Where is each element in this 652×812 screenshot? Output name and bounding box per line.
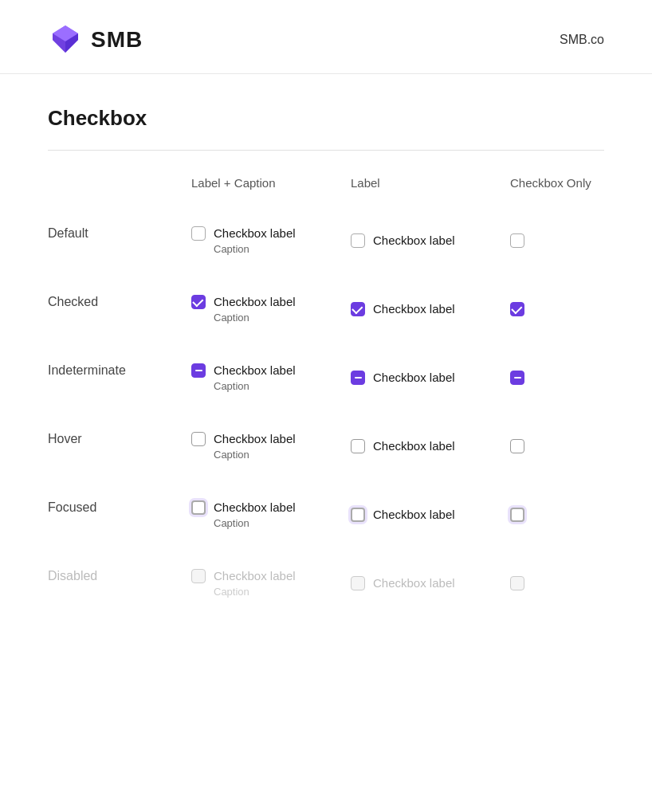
checkbox-hover-label-caption[interactable]	[191, 432, 206, 446]
checkbox-caption: Caption	[214, 517, 296, 529]
logo-text: SMB	[91, 27, 143, 53]
checkbox-cell-disabled-label: Checkbox label	[351, 575, 510, 591]
checkbox-disabled-label	[351, 576, 365, 590]
row-label-focused: Focused	[48, 499, 191, 515]
checkbox-caption: Caption	[214, 449, 296, 461]
checkbox-cell-hover-label-caption[interactable]: Checkbox label Caption	[191, 430, 351, 461]
checkbox-caption: Caption	[214, 380, 296, 392]
checkbox-label: Checkbox label	[214, 293, 296, 310]
checkbox-checked-label-caption[interactable]	[191, 295, 206, 309]
checkbox-label: Checkbox label	[214, 225, 296, 241]
checkbox-default-only[interactable]	[510, 233, 524, 248]
checkbox-indeterminate-label[interactable]	[351, 371, 365, 385]
checkbox-cell-checked-label[interactable]: Checkbox label	[351, 300, 510, 317]
col-header-checkbox-only: Checkbox Only	[510, 176, 638, 190]
checkbox-focused-label-caption[interactable]	[191, 500, 206, 515]
checkbox-label: Checkbox label	[373, 232, 455, 249]
checkbox-cell-hover-only[interactable]	[510, 437, 638, 453]
table-row-disabled: Disabled Checkbox label Caption Checkbox…	[48, 548, 604, 617]
checkbox-cell-indeterminate-label[interactable]: Checkbox label	[351, 369, 510, 386]
checkbox-table: Label + Caption Label Checkbox Only Defa…	[48, 176, 604, 617]
checkbox-disabled-label-caption	[191, 569, 206, 583]
checkbox-cell-default-label-caption[interactable]: Checkbox label Caption	[191, 225, 351, 255]
col-header-label: Label	[351, 176, 510, 190]
table-row-indeterminate: Indeterminate Checkbox label Caption Che…	[48, 343, 604, 411]
checkbox-caption: Caption	[214, 243, 296, 255]
divider	[48, 150, 604, 151]
checkbox-cell-focused-label-caption[interactable]: Checkbox label Caption	[191, 499, 351, 529]
checkbox-label: Checkbox label	[373, 300, 455, 317]
checkbox-focused-label[interactable]	[351, 508, 365, 522]
checkbox-hover-only[interactable]	[510, 439, 524, 453]
checkbox-caption: Caption	[214, 312, 296, 324]
smb-logo-icon	[48, 22, 83, 57]
site-link[interactable]: SMB.co	[560, 33, 604, 47]
row-label-indeterminate: Indeterminate	[48, 362, 191, 378]
row-label-disabled: Disabled	[48, 567, 191, 583]
checkbox-cell-disabled-only	[510, 575, 638, 590]
header: SMB SMB.co	[0, 0, 652, 74]
checkbox-cell-indeterminate-label-caption[interactable]: Checkbox label Caption	[191, 362, 351, 392]
col-header-label-caption: Label + Caption	[191, 176, 351, 190]
col-header-empty	[48, 176, 191, 190]
row-label-hover: Hover	[48, 430, 191, 446]
table-header-row: Label + Caption Label Checkbox Only	[48, 176, 604, 198]
checkbox-default-label[interactable]	[351, 233, 365, 248]
checkbox-caption: Caption	[214, 586, 296, 598]
checkbox-indeterminate-only[interactable]	[510, 371, 524, 385]
checkbox-checked-only[interactable]	[510, 302, 524, 316]
checkbox-label: Checkbox label	[373, 575, 455, 591]
table-row: Default Checkbox label Caption Checkbox …	[48, 206, 604, 274]
main-content: Checkbox Label + Caption Label Checkbox …	[0, 74, 652, 649]
checkbox-indeterminate-label-caption[interactable]	[191, 363, 206, 378]
logo-container: SMB	[48, 22, 143, 57]
checkbox-cell-default-label[interactable]: Checkbox label	[351, 232, 510, 249]
row-label-checked: Checked	[48, 293, 191, 309]
checkbox-default-label-caption[interactable]	[191, 226, 206, 241]
page-title: Checkbox	[48, 106, 604, 131]
checkbox-label: Checkbox label	[214, 499, 296, 516]
checkbox-label: Checkbox label	[214, 430, 296, 447]
checkbox-label: Checkbox label	[373, 506, 455, 523]
checkbox-cell-checked-only[interactable]	[510, 300, 638, 316]
checkbox-cell-default-only[interactable]	[510, 232, 638, 248]
checkbox-label: Checkbox label	[373, 369, 455, 386]
checkbox-label: Checkbox label	[373, 437, 455, 454]
table-row-focused: Focused Checkbox label Caption Checkbox …	[48, 480, 604, 548]
table-row-hover: Hover Checkbox label Caption Checkbox la…	[48, 411, 604, 480]
checkbox-cell-hover-label[interactable]: Checkbox label	[351, 437, 510, 454]
checkbox-checked-label[interactable]	[351, 302, 365, 316]
checkbox-label: Checkbox label	[214, 567, 296, 584]
checkbox-cell-disabled-label-caption: Checkbox label Caption	[191, 567, 351, 598]
checkbox-disabled-only	[510, 576, 524, 590]
checkbox-cell-indeterminate-only[interactable]	[510, 369, 638, 385]
checkbox-cell-checked-label-caption[interactable]: Checkbox label Caption	[191, 293, 351, 324]
checkbox-focused-only[interactable]	[510, 508, 524, 522]
checkbox-hover-label[interactable]	[351, 439, 365, 453]
checkbox-cell-focused-only[interactable]	[510, 506, 638, 522]
checkbox-label: Checkbox label	[214, 362, 296, 379]
table-row-checked: Checked Checkbox label Caption Checkbox …	[48, 274, 604, 343]
row-label-default: Default	[48, 225, 191, 241]
checkbox-cell-focused-label[interactable]: Checkbox label	[351, 506, 510, 523]
